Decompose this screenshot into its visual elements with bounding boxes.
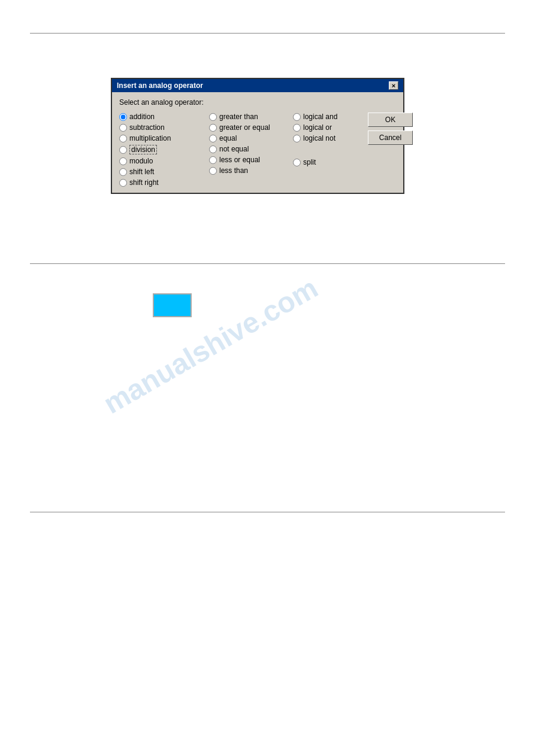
watermark: manualshive.com [98, 271, 323, 420]
radio-less-or-equal[interactable]: less or equal [209, 156, 290, 164]
top-divider [30, 33, 505, 34]
page: Insert an analog operator × Select an an… [0, 0, 535, 756]
cancel-button[interactable]: Cancel [368, 130, 413, 145]
mid-divider [30, 263, 505, 264]
dialog-wrapper: Insert an analog operator × Select an an… [111, 78, 404, 194]
radio-greater-or-equal[interactable]: greater or equal [209, 123, 290, 132]
radio-division[interactable]: division [119, 145, 203, 154]
radio-split[interactable]: split [293, 158, 368, 166]
bot-divider [30, 512, 505, 512]
operator-col-1: addition subtraction multiplication divi… [119, 113, 203, 187]
radio-addition[interactable]: addition [119, 113, 203, 121]
radio-logical-and[interactable]: logical and [293, 113, 368, 121]
radio-modulo[interactable]: modulo [119, 157, 203, 165]
operator-col-3: logical and logical or logical not split [290, 113, 368, 187]
dialog-body: Select an analog operator: addition subt… [112, 92, 403, 193]
radio-shift-right[interactable]: shift right [119, 178, 203, 187]
close-button[interactable]: × [389, 81, 398, 90]
radio-equal[interactable]: equal [209, 134, 290, 142]
dialog-title: Insert an analog operator [117, 81, 203, 90]
insert-analog-operator-dialog: Insert an analog operator × Select an an… [111, 78, 404, 194]
dialog-subtitle: Select an analog operator: [119, 98, 396, 107]
cyan-rectangle [153, 293, 192, 317]
radio-shift-left[interactable]: shift left [119, 168, 203, 176]
radio-greater-than[interactable]: greater than [209, 113, 290, 121]
radio-logical-not[interactable]: logical not [293, 134, 368, 142]
dialog-title-bar: Insert an analog operator × [112, 79, 403, 92]
dialog-buttons: OK Cancel [368, 113, 413, 187]
radio-not-equal[interactable]: not equal [209, 145, 290, 153]
radio-multiplication[interactable]: multiplication [119, 134, 203, 142]
radio-subtraction[interactable]: subtraction [119, 123, 203, 132]
ok-button[interactable]: OK [368, 113, 413, 127]
operator-col-2: greater than greater or equal equal not … [203, 113, 290, 187]
radio-logical-or[interactable]: logical or [293, 123, 368, 132]
radio-less-than[interactable]: less than [209, 166, 290, 175]
